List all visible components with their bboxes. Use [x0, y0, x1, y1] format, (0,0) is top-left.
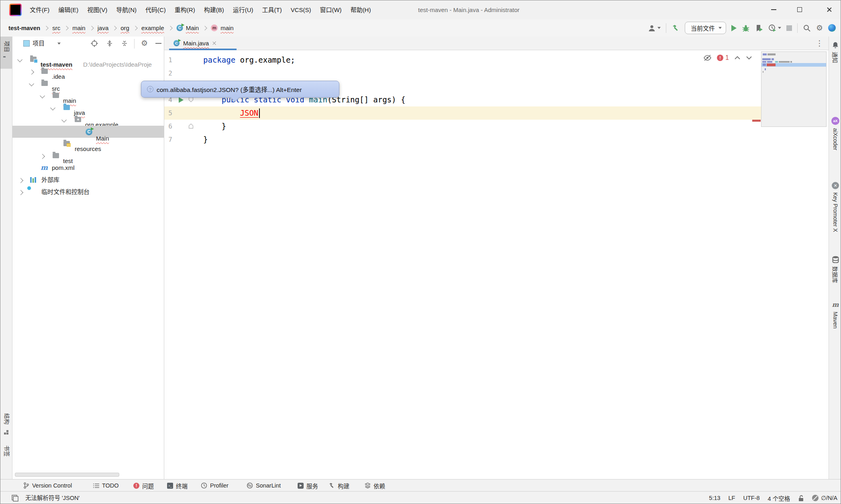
stripe-key-promoter[interactable]: Key Promoter X: [829, 182, 841, 232]
profiler-run-button[interactable]: [768, 24, 781, 32]
breadcrumb-main-class[interactable]: Main: [186, 24, 199, 31]
dock-terminal[interactable]: 终端: [167, 480, 188, 492]
chevron-right-icon[interactable]: [18, 178, 23, 183]
stripe-structure-label[interactable]: 结构: [3, 413, 11, 424]
stripe-project-label[interactable]: 项目: [3, 41, 11, 52]
breadcrumb-src[interactable]: src: [52, 24, 60, 31]
chevron-down-icon[interactable]: [50, 105, 55, 110]
chevron-down-icon[interactable]: [40, 93, 45, 98]
dock-version-control[interactable]: Version Control: [23, 480, 72, 492]
code-line-5[interactable]: JSON: [203, 106, 258, 120]
tree-item-main-class[interactable]: Main: [12, 126, 164, 138]
stripe-bookmarks-label[interactable]: 书签: [3, 445, 11, 457]
file-encoding[interactable]: UTF-8: [743, 495, 759, 501]
tree-item-org-example[interactable]: org.example: [12, 114, 164, 126]
minimize-button[interactable]: [765, 0, 782, 19]
breadcrumb-java[interactable]: java: [98, 24, 109, 31]
dock-problems[interactable]: 问题: [133, 480, 154, 492]
tree-item-pom[interactable]: m pom.xml: [12, 162, 164, 174]
chevron-right-icon[interactable]: [18, 190, 23, 195]
indent-style[interactable]: 4 个空格: [768, 494, 790, 502]
memory-indicator[interactable]: ∅/N/A: [812, 495, 837, 501]
menu-window[interactable]: 窗口(W): [315, 0, 346, 19]
fold-region-start-icon[interactable]: [188, 97, 194, 102]
breadcrumb-project[interactable]: test-maven: [8, 24, 40, 31]
chevron-down-icon[interactable]: [61, 117, 67, 122]
run-configuration-select[interactable]: 当前文件: [685, 22, 726, 34]
import-suggestion-tooltip[interactable]: ? com.alibaba.fastjson2.JSON? (多重选择...) …: [141, 81, 339, 98]
error-stripe-mark[interactable]: [752, 120, 761, 122]
breadcrumb-main-method[interactable]: main: [220, 24, 234, 31]
debug-bug-icon[interactable]: [742, 24, 750, 32]
tree-item-test[interactable]: test: [12, 150, 164, 162]
stripe-aixcoder[interactable]: aiXcoder: [829, 117, 841, 150]
run-with-coverage-icon[interactable]: [755, 24, 763, 32]
tree-item-idea[interactable]: .idea: [12, 65, 164, 78]
horizontal-scrollbar[interactable]: [15, 473, 119, 477]
close-button[interactable]: [821, 0, 838, 19]
close-icon[interactable]: [212, 41, 216, 45]
chevron-down-icon[interactable]: [29, 81, 34, 86]
stripe-database[interactable]: 数据库: [829, 256, 841, 283]
tree-item-test-maven[interactable]: test-maven D:\IdeaProjects\IdeaProje: [12, 53, 164, 65]
error-count-badge[interactable]: ! 1: [717, 54, 729, 61]
tree-item-external-libraries[interactable]: 外部库: [12, 174, 164, 186]
menu-refactor[interactable]: 重构(R): [170, 0, 200, 19]
menu-tools[interactable]: 工具(T): [257, 0, 286, 19]
maximize-button[interactable]: [791, 0, 808, 19]
chevron-right-icon[interactable]: [40, 154, 45, 159]
unlock-icon[interactable]: [798, 495, 804, 502]
more-options-icon[interactable]: ⋮: [816, 39, 823, 48]
code-line-7[interactable]: }: [203, 133, 208, 146]
chevron-right-icon[interactable]: [29, 69, 34, 75]
dock-build[interactable]: 构建: [329, 480, 349, 492]
menu-vcs[interactable]: VCS(S): [286, 0, 316, 19]
layout-icon[interactable]: [12, 495, 18, 502]
menu-run[interactable]: 运行(U): [229, 0, 258, 19]
settings-gear-icon[interactable]: ⚙: [816, 24, 823, 32]
tab-main-java[interactable]: Main.java: [169, 37, 220, 50]
previous-error-icon[interactable]: [734, 56, 741, 60]
expand-all-icon[interactable]: [106, 40, 113, 47]
menu-build[interactable]: 构建(B): [200, 0, 229, 19]
dock-services[interactable]: 服务: [298, 480, 318, 492]
dock-profiler[interactable]: Profiler: [201, 480, 229, 492]
next-error-icon[interactable]: [746, 56, 752, 60]
build-hammer-icon[interactable]: [672, 24, 680, 32]
unresolved-symbol[interactable]: JSON: [240, 108, 259, 117]
caret-position[interactable]: 5:13: [709, 495, 720, 501]
stripe-notifications[interactable]: 通知: [829, 41, 841, 63]
plugin-sphere-icon[interactable]: [828, 24, 836, 32]
user-profile-button[interactable]: [648, 24, 661, 32]
highlighting-level-eye-icon[interactable]: [703, 55, 712, 61]
breadcrumb-main-dir[interactable]: main: [72, 24, 86, 31]
menu-view[interactable]: 视图(V): [83, 0, 112, 19]
dock-dependencies[interactable]: 依赖: [365, 480, 385, 492]
breadcrumb-org[interactable]: org: [120, 24, 129, 31]
tree-item-java[interactable]: java: [12, 102, 164, 114]
breadcrumb-example[interactable]: example: [141, 24, 164, 31]
dock-sonarlint[interactable]: SonarLint: [247, 480, 281, 492]
menu-navigate[interactable]: 导航(N): [112, 0, 141, 19]
menu-help[interactable]: 帮助(H): [346, 0, 376, 19]
hide-panel-icon[interactable]: [155, 43, 161, 44]
code-line-1[interactable]: package org.example;: [203, 53, 295, 67]
menu-file[interactable]: 文件(F): [25, 0, 54, 19]
code-line-6[interactable]: }: [203, 120, 226, 133]
project-panel-title[interactable]: 项目: [33, 37, 45, 50]
fold-region-end-icon[interactable]: [188, 123, 194, 129]
chevron-down-icon[interactable]: [57, 43, 61, 45]
code-minimap[interactable]: [761, 51, 827, 127]
menu-edit[interactable]: 编辑(E): [54, 0, 83, 19]
chevron-down-icon[interactable]: [17, 57, 22, 62]
tree-item-resources[interactable]: resources: [12, 138, 164, 150]
panel-settings-gear-icon[interactable]: ⚙: [141, 39, 148, 47]
line-separator[interactable]: LF: [729, 495, 735, 501]
tree-item-scratches[interactable]: 临时文件和控制台: [12, 186, 164, 198]
stripe-maven[interactable]: m Maven: [829, 301, 841, 329]
run-gutter-icon[interactable]: [179, 97, 184, 103]
menu-code[interactable]: 代码(C): [141, 0, 170, 19]
run-button[interactable]: [731, 25, 737, 31]
search-everywhere-icon[interactable]: [803, 24, 811, 32]
locate-file-icon[interactable]: [91, 40, 98, 47]
